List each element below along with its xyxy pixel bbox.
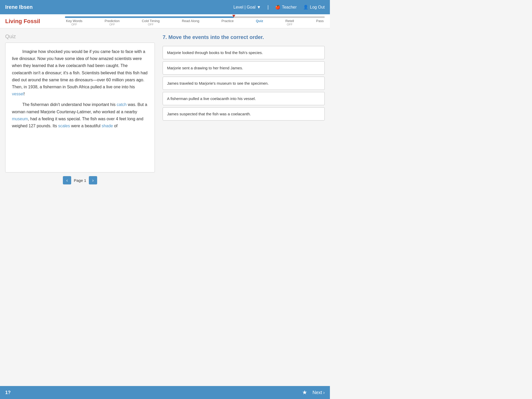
drag-item[interactable]: James suspected that the fish was a coel… <box>163 107 325 121</box>
progress-marker <box>232 15 235 17</box>
level-goal-button[interactable]: Level | Goal ▼ <box>234 5 261 10</box>
para2-last: of <box>113 124 118 128</box>
right-panel: 7. Move the events into the correct orde… <box>163 34 325 184</box>
section-label: Quiz <box>5 34 155 39</box>
divider: | <box>267 4 269 10</box>
sub-header: Living Fossil Key WordsOFFPredictionOFFC… <box>0 14 330 28</box>
step-item-retell[interactable]: RetellOFF <box>284 19 295 26</box>
step-item-quiz[interactable]: Quiz <box>255 19 264 26</box>
teacher-button[interactable]: 🍎 Teacher <box>275 5 297 10</box>
step-name: Key Words <box>66 19 82 23</box>
para1-text: Imagine how shocked you would be if you … <box>12 49 148 89</box>
next-page-button[interactable]: › <box>89 176 97 184</box>
step-sub: OFF <box>148 23 154 26</box>
left-panel: Quiz Imagine how shocked you would be if… <box>5 34 155 184</box>
step-name: Pass <box>316 19 324 23</box>
step-item-cold-timing[interactable]: Cold TimingOFF <box>141 19 161 26</box>
main-content: Quiz Imagine how shocked you would be if… <box>0 28 330 190</box>
logout-label: Log Out <box>310 5 325 10</box>
step-name: Quiz <box>256 19 263 23</box>
para2-start: The fisherman didn't understand how impo… <box>22 102 117 107</box>
catch-word[interactable]: catch <box>117 102 127 107</box>
level-goal-label: Level | Goal <box>234 5 256 10</box>
step-item-read-along[interactable]: Read Along <box>181 19 200 26</box>
steps-area: Key WordsOFFPredictionOFFCold TimingOFFR… <box>65 16 325 26</box>
step-item-practice[interactable]: Practice <box>221 19 235 26</box>
step-name: Prediction <box>105 19 120 23</box>
header-right: Level | Goal ▼ | 🍎 Teacher 👤 Log Out <box>234 4 325 10</box>
para2-end: were a beautiful <box>70 124 102 128</box>
teacher-label: Teacher <box>282 5 297 10</box>
paragraph-1: Imagine how shocked you would be if you … <box>12 48 148 97</box>
logout-button[interactable]: 👤 Log Out <box>303 5 325 10</box>
scales-word[interactable]: scales <box>58 124 70 128</box>
user-name: Irene Ibsen <box>5 4 33 10</box>
dropdown-icon: ▼ <box>257 5 261 10</box>
book-title: Living Fossil <box>5 18 57 25</box>
progress-fill <box>65 16 234 18</box>
step-name: Read Along <box>182 19 199 23</box>
progress-bar-container <box>65 16 325 18</box>
prev-page-button[interactable]: ‹ <box>63 176 71 184</box>
progress-track <box>65 16 325 18</box>
app-header: Irene Ibsen Level | Goal ▼ | 🍎 Teacher 👤… <box>0 0 330 14</box>
step-sub: OFF <box>109 23 115 26</box>
apple-icon: 🍎 <box>275 5 280 10</box>
step-item-prediction[interactable]: PredictionOFF <box>104 19 121 26</box>
shade-word[interactable]: shade <box>102 124 113 128</box>
question-title: 7. Move the events into the correct orde… <box>163 34 325 41</box>
drag-items-container: Marjorie looked through books to find th… <box>163 46 325 121</box>
reading-box: Imagine how shocked you would be if you … <box>5 43 155 172</box>
steps-labels: Key WordsOFFPredictionOFFCold TimingOFFR… <box>65 19 325 26</box>
drag-item[interactable]: Marjorie sent a drawing to her friend Ja… <box>163 61 325 75</box>
drag-item[interactable]: James traveled to Marjorie's museum to s… <box>163 77 325 90</box>
step-name: Practice <box>222 19 234 23</box>
header-left: Irene Ibsen <box>5 4 33 10</box>
para1-end: ! <box>24 92 25 96</box>
vessel-word[interactable]: vessel <box>12 92 24 96</box>
drag-item[interactable]: Marjorie looked through books to find th… <box>163 46 325 59</box>
paragraph-2: The fisherman didn't understand how impo… <box>12 101 148 129</box>
museum-word[interactable]: museum <box>12 117 28 121</box>
step-name: Cold Timing <box>142 19 160 23</box>
step-item-pass[interactable]: Pass <box>315 19 325 26</box>
drag-item[interactable]: A fisherman pulled a live coelacanth int… <box>163 92 325 105</box>
step-sub: OFF <box>287 23 292 26</box>
pagination: ‹ Page 1 › <box>5 176 155 184</box>
step-name: Retell <box>285 19 294 23</box>
step-sub: OFF <box>71 23 77 26</box>
person-icon: 👤 <box>303 5 308 10</box>
step-item-key-words[interactable]: Key WordsOFF <box>65 19 83 26</box>
page-label: Page 1 <box>74 178 86 183</box>
